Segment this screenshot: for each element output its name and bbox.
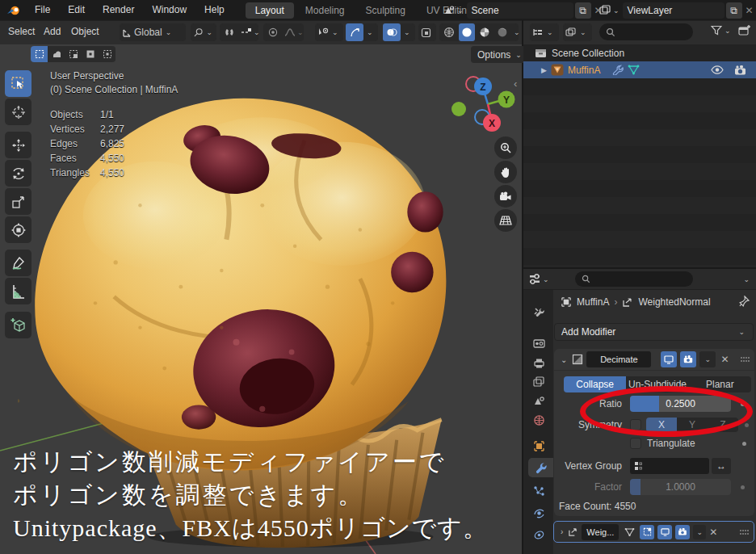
decimate-name-field[interactable]: Decimate <box>586 351 651 367</box>
remove-viewlayer-button[interactable]: ✕ <box>744 5 755 16</box>
vertex-group-invert-button[interactable]: ↔ <box>712 458 731 474</box>
ratio-slider[interactable]: 0.2500 <box>630 396 731 412</box>
symmetry-axis-z[interactable]: Z <box>708 418 738 432</box>
outliner-search-input[interactable] <box>599 23 693 40</box>
tool-add-cube[interactable] <box>5 312 32 338</box>
select-mode-invert-button[interactable] <box>82 46 99 62</box>
axis-y-ball[interactable]: Y <box>498 91 515 108</box>
pivot-point-dropdown[interactable]: ⌄ <box>191 23 216 41</box>
outliner-display-mode-dropdown[interactable]: ⌄ <box>530 23 559 41</box>
tab-modeling[interactable]: Modeling <box>296 2 355 19</box>
tab-view-layer[interactable] <box>528 371 549 391</box>
tab-tool[interactable] <box>528 303 549 322</box>
menu-object[interactable]: Object <box>71 26 99 37</box>
gizmo-dropdown[interactable]: ⌄ <box>365 28 375 36</box>
vertex-group-field[interactable] <box>630 458 709 474</box>
symmetry-axis-x[interactable]: X <box>646 418 677 432</box>
shading-rendered-button[interactable] <box>494 23 510 41</box>
drag-grip-icon[interactable] <box>740 356 750 363</box>
tab-world[interactable] <box>528 410 549 430</box>
display-realtime-toggle[interactable] <box>657 525 672 539</box>
select-mode-subtract-button[interactable] <box>65 46 82 62</box>
menu-file[interactable]: File <box>26 0 59 20</box>
breadcrumb-object[interactable]: MuffinA <box>577 296 609 308</box>
new-collection-button[interactable] <box>738 24 751 36</box>
tab-constraints[interactable] <box>528 525 549 544</box>
select-mode-extend-button[interactable] <box>48 46 65 62</box>
pan-hand-button[interactable] <box>494 161 517 183</box>
weightednormal-expand-toggle[interactable]: › <box>559 527 565 536</box>
axis-x-ball[interactable]: X <box>483 114 501 132</box>
show-gizmo-toggle[interactable] <box>346 23 363 41</box>
delete-modifier-button[interactable]: ✕ <box>709 527 717 538</box>
new-scene-button[interactable]: ⧉ <box>575 2 591 19</box>
new-viewlayer-button[interactable]: ⧉ <box>726 2 742 19</box>
snap-toggle-magnet-icon[interactable] <box>222 23 237 41</box>
viewlayer-name-field[interactable]: ViewLayer <box>623 2 724 19</box>
symmetry-checkbox[interactable] <box>630 419 641 430</box>
outliner-filter-collection-dropdown[interactable]: ⌄ <box>563 23 592 41</box>
disable-render-camera-icon[interactable] <box>734 65 746 75</box>
pin-icon[interactable] <box>739 296 750 307</box>
object-visibility-dropdown[interactable]: ⌄ <box>315 23 343 41</box>
weightednormal-name-field[interactable]: Weig... <box>582 524 619 540</box>
tool-move[interactable] <box>5 132 32 158</box>
shading-dropdown[interactable]: ⌄ <box>512 28 522 36</box>
tab-physics[interactable] <box>528 503 549 523</box>
tab-planar[interactable]: Planar <box>689 376 751 392</box>
modifier-extras-dropdown[interactable]: ⌄ <box>699 351 716 367</box>
decimate-expand-toggle[interactable]: ⌄ <box>559 355 569 364</box>
properties-options-dropdown[interactable]: ⌄ <box>741 275 751 283</box>
proportional-editing-toggle[interactable] <box>266 23 280 41</box>
menu-edit[interactable]: Edit <box>59 0 94 20</box>
properties-search-input[interactable] <box>575 271 693 287</box>
sidebar-collapse-arrow[interactable]: ‹ <box>514 78 517 90</box>
tool-rotate[interactable] <box>5 160 32 187</box>
weightednormal-modifier-header[interactable]: › Weig... ⌄ ✕ <box>553 521 754 543</box>
display-render-toggle[interactable] <box>680 351 696 367</box>
tool-select-box[interactable] <box>5 70 32 97</box>
tool-measure[interactable] <box>5 278 32 304</box>
tab-layout[interactable]: Layout <box>246 2 294 19</box>
tool-transform[interactable] <box>5 216 32 243</box>
axis-minus-y-ball[interactable] <box>452 102 466 116</box>
outliner-filter-dropdown[interactable]: ⌄ <box>711 25 733 36</box>
perspective-toggle-button[interactable] <box>494 209 517 232</box>
navigation-gizmo[interactable]: Z Y X <box>449 74 517 136</box>
tool-annotate[interactable] <box>5 250 32 276</box>
on-cage-toggle[interactable] <box>640 525 654 539</box>
scene-name-field[interactable]: Scene <box>467 2 573 19</box>
triangulate-checkbox[interactable] <box>630 438 641 449</box>
zoom-button[interactable] <box>494 136 517 159</box>
breadcrumb-modifier[interactable]: WeightedNormal <box>638 296 710 308</box>
tool-cursor[interactable] <box>5 99 32 125</box>
shading-solid-button[interactable] <box>459 23 475 41</box>
xray-toggle[interactable] <box>418 23 436 41</box>
tab-particles[interactable] <box>528 481 549 501</box>
ratio-animate-dot[interactable] <box>741 402 745 406</box>
tab-render[interactable] <box>528 334 549 353</box>
tab-sculpting[interactable]: Sculpting <box>356 2 415 19</box>
select-mode-intersect-button[interactable] <box>99 46 116 62</box>
proportional-falloff-dropdown[interactable]: ⌄ <box>282 23 308 41</box>
menu-select[interactable]: Select <box>8 26 35 37</box>
options-button[interactable]: Options ⌄ <box>471 46 530 63</box>
display-render-toggle[interactable] <box>675 525 690 539</box>
show-overlays-toggle[interactable] <box>383 23 401 41</box>
symmetry-animate-dot[interactable] <box>745 423 749 427</box>
shading-material-button[interactable] <box>477 23 493 41</box>
viewlayer-browse-button[interactable]: ⌄ <box>599 5 621 15</box>
menu-window[interactable]: Window <box>143 0 195 20</box>
menu-add[interactable]: Add <box>44 26 61 37</box>
outliner-row-scene-collection[interactable]: Scene Collection <box>523 44 756 61</box>
menu-help[interactable]: Help <box>195 0 233 20</box>
outliner-row-muffina[interactable]: ▶ MuffinA <box>523 61 756 78</box>
snap-target-dropdown[interactable]: ⌄ <box>238 23 264 41</box>
delete-modifier-button[interactable]: ✕ <box>719 354 730 365</box>
symmetry-axis-y[interactable]: Y <box>677 418 708 432</box>
select-mode-set-button[interactable] <box>31 46 48 62</box>
modifier-wrench-icon[interactable] <box>612 65 624 75</box>
drag-grip-icon[interactable] <box>739 529 749 535</box>
tab-modifiers[interactable] <box>528 458 553 477</box>
mesh-data-icon[interactable] <box>628 65 640 75</box>
